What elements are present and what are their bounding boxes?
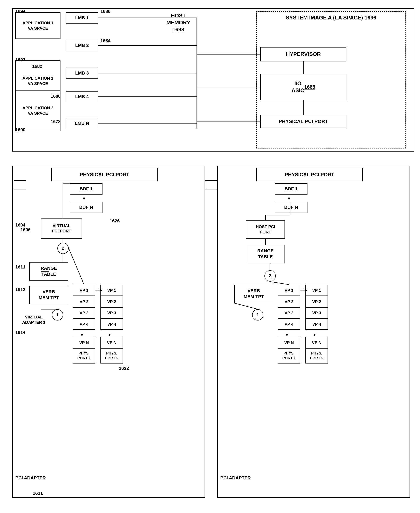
lmb2-box: LMB 2 (66, 40, 98, 51)
vp3-right-col1: VP 3 (278, 307, 300, 318)
vp4-right-col1: VP 4 (278, 318, 300, 330)
ref-1682: 1682 (32, 64, 42, 69)
vp1-right-col2: VP 1 (305, 285, 328, 296)
ref-1611: 1611 (15, 264, 25, 270)
phys-port2-right: PHYS.PORT 2 (305, 348, 328, 364)
num1-left-circle: 1 (52, 309, 63, 321)
vp2-right-col2: VP 2 (305, 296, 328, 307)
vp3-right-col2: VP 3 (305, 307, 328, 318)
vp3-left-col1: VP 3 (73, 307, 95, 318)
verb-mem-tpt-left-box: VERBMEM TPT (29, 286, 68, 304)
vp2-right-col1: VP 2 (278, 296, 300, 307)
ref-1606: 1606 (21, 227, 30, 233)
diagram-container: SYSTEM IMAGE A (LA SPACE) 1696 HOSTMEMOR… (0, 0, 420, 513)
lmbn-box: LMB N (66, 118, 98, 129)
verb-mem-tpt-right-box: VERBMEM TPT (234, 285, 273, 303)
vpn-right-col2: VP N (305, 337, 328, 348)
range-table-left-box: RANGETABLE (29, 262, 68, 281)
bdf1-left-box: BDF 1 (70, 183, 103, 195)
ref-1678: 1678 (51, 119, 61, 125)
lmb4-box: LMB 4 (66, 91, 98, 103)
vp1-right-col1: VP 1 (278, 285, 300, 296)
vpn-right-col1: VP N (278, 337, 300, 348)
app1-va-space-1-box: APPLICATION 1VA SPACE (15, 12, 60, 39)
ref-1686: 1686 (100, 9, 111, 15)
virtual-adapter1-label: VIRTUALADAPTER 1 (15, 314, 52, 325)
phys-port1-right: PHYS.PORT 1 (278, 348, 300, 364)
lmb1-box: LMB 1 (66, 12, 98, 23)
ref-1694: 1694 (15, 9, 25, 15)
num2-left-circle: 2 (57, 243, 69, 254)
vp2-left-col1: VP 2 (73, 296, 95, 307)
ref-1692: 1692 (15, 57, 25, 63)
num2-right-circle: 2 (264, 270, 276, 282)
bdf1-right-box: BDF 1 (275, 183, 308, 195)
vpn-left-col2: VP N (100, 337, 123, 348)
ref-1690: 1690 (15, 127, 25, 133)
dots1-left: • (83, 195, 85, 202)
pci-adapter-left-label: PCI ADAPTER (15, 475, 46, 481)
phys-port2-left: PHYS.PORT 2 (100, 348, 123, 364)
vp4-left-col1: VP 4 (73, 318, 95, 330)
ref-1684: 1684 (100, 38, 111, 44)
ref-1612: 1612 (15, 287, 25, 293)
bottom-right-pci-port-box: PHYSICAL PCI PORT (256, 168, 363, 181)
vp4-right-col2: VP 4 (305, 318, 328, 330)
hypervisor-box: HYPERVISOR (260, 47, 346, 61)
ref-1614: 1614 (15, 330, 25, 336)
system-image-a-label: SYSTEM IMAGE A (LA SPACE) 1696 (285, 14, 377, 21)
bottom-left-pci-port-box: PHYSICAL PCI PORT (51, 168, 158, 181)
io-asic-box: I/OASIC1668 (260, 74, 346, 100)
vp1-left-col1: VP 1 (73, 285, 95, 296)
top-physical-pci-port-box: PHYSICAL PCI PORT (260, 115, 346, 128)
phys-port1-left: PHYS.PORT 1 (73, 348, 95, 364)
num1-right-circle: 1 (252, 309, 263, 321)
vp3-left-col2: VP 3 (100, 307, 123, 318)
virtual-pci-port-box: VIRTUALPCI PORT (41, 218, 82, 239)
host-memory-label: HOSTMEMORY1698 (160, 12, 197, 33)
ref-1631: 1631 (33, 491, 43, 496)
pci-adapter-right-label: PCI ADAPTER (220, 475, 251, 481)
vp1-left-col2: VP 1 (100, 285, 123, 296)
vp2-left-col2: VP 2 (100, 296, 123, 307)
ref-1626: 1626 (110, 218, 120, 224)
bdfn-left-box: BDF N (70, 202, 103, 213)
host-pci-port-box: HOST PCIPORT (246, 220, 285, 239)
ref-1622: 1622 (119, 366, 129, 372)
lmb3-box: LMB 3 (66, 68, 98, 79)
dots1-right: • (288, 195, 290, 202)
vpn-left-col1: VP N (73, 337, 95, 348)
ref-1680: 1680 (51, 93, 61, 99)
vp4-left-col2: VP 4 (100, 318, 123, 330)
bdfn-right-box: BDF N (275, 202, 308, 213)
range-table-right-box: RANGETABLE (246, 245, 285, 263)
